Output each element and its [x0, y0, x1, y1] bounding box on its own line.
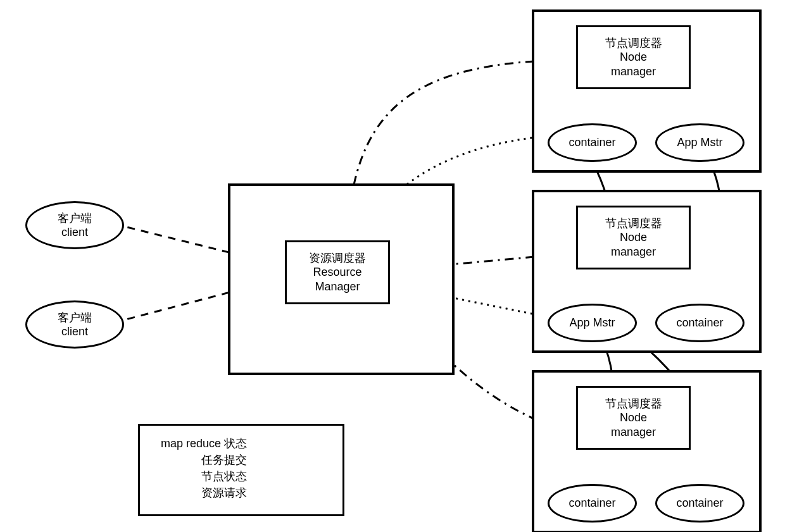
- nm-1-label: 节点调度器 Node manager: [605, 36, 662, 79]
- container-n1: container: [548, 123, 637, 162]
- container-n2: container: [655, 304, 744, 342]
- client-1: 客户端 client: [25, 201, 124, 249]
- legend-nodestatus: 节点状态: [142, 469, 247, 484]
- container-n1-label: container: [568, 135, 615, 150]
- client-2: 客户端 client: [25, 300, 124, 349]
- appmstr-1-label: App Mstr: [677, 135, 722, 150]
- client-1-label: 客户端 client: [58, 211, 92, 240]
- node-manager-1: 节点调度器 Node manager: [576, 25, 691, 89]
- client-2-label: 客户端 client: [58, 311, 92, 339]
- legend-mapreduce: map reduce 状态: [142, 436, 247, 451]
- container-n3b: container: [655, 484, 744, 523]
- app-mstr-1: App Mstr: [655, 123, 744, 162]
- nm-3-label: 节点调度器 Node manager: [605, 397, 662, 440]
- node-manager-2: 节点调度器 Node manager: [576, 206, 691, 269]
- resource-manager: 资源调度器 Resource Manager: [285, 240, 390, 304]
- appmstr-2-label: App Mstr: [569, 316, 615, 330]
- container-n3a-label: container: [568, 496, 615, 510]
- container-n3b-label: container: [676, 496, 723, 510]
- app-mstr-2: App Mstr: [548, 304, 637, 342]
- nm-2-label: 节点调度器 Node manager: [605, 216, 662, 259]
- rm-label: 资源调度器 Resource Manager: [309, 251, 366, 294]
- container-n2-label: container: [676, 316, 723, 330]
- container-n3a: container: [548, 484, 637, 523]
- node-manager-3: 节点调度器 Node manager: [576, 386, 691, 450]
- legend-resreq: 资源请求: [142, 485, 247, 500]
- legend-submit: 任务提交: [142, 452, 247, 467]
